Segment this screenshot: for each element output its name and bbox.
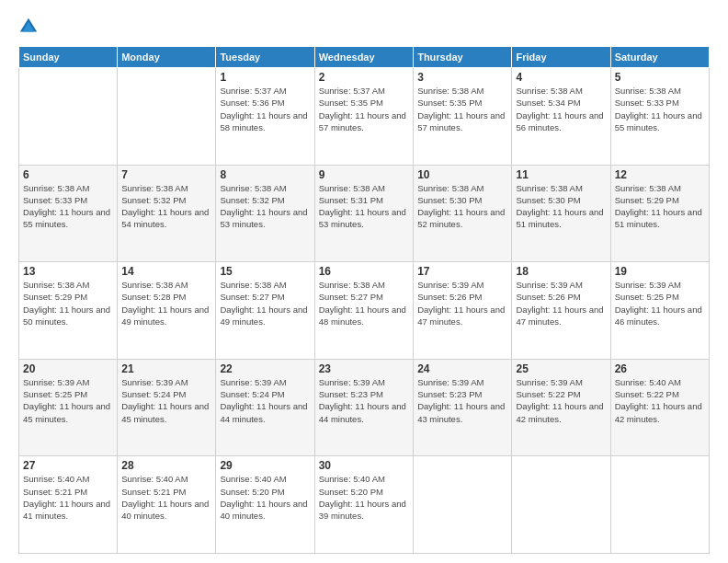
day-info: Sunrise: 5:39 AM Sunset: 5:23 PM Dayligh… [417,376,507,425]
day-cell: 26Sunrise: 5:40 AM Sunset: 5:22 PM Dayli… [610,359,709,456]
day-number: 2 [319,71,409,84]
day-cell: 18Sunrise: 5:39 AM Sunset: 5:26 PM Dayli… [512,262,610,360]
day-info: Sunrise: 5:40 AM Sunset: 5:22 PM Dayligh… [615,376,705,425]
day-info: Sunrise: 5:40 AM Sunset: 5:21 PM Dayligh… [121,473,211,522]
day-cell: 30Sunrise: 5:40 AM Sunset: 5:20 PM Dayli… [314,456,413,554]
day-number: 16 [319,265,409,278]
day-info: Sunrise: 5:38 AM Sunset: 5:30 PM Dayligh… [417,182,507,231]
day-info: Sunrise: 5:38 AM Sunset: 5:32 PM Dayligh… [220,182,310,231]
day-number: 18 [516,265,606,278]
day-info: Sunrise: 5:38 AM Sunset: 5:29 PM Dayligh… [23,279,113,327]
day-number: 7 [121,168,211,181]
day-info: Sunrise: 5:38 AM Sunset: 5:30 PM Dayligh… [516,182,606,231]
day-number: 25 [516,362,606,375]
day-number: 30 [319,459,409,472]
week-row-2: 6Sunrise: 5:38 AM Sunset: 5:33 PM Daylig… [19,165,710,262]
day-number: 6 [23,168,113,181]
day-cell: 20Sunrise: 5:39 AM Sunset: 5:25 PM Dayli… [19,359,118,456]
day-cell [414,456,512,554]
day-cell: 28Sunrise: 5:40 AM Sunset: 5:21 PM Dayli… [118,456,216,554]
day-cell: 24Sunrise: 5:39 AM Sunset: 5:23 PM Dayli… [414,359,512,456]
day-info: Sunrise: 5:38 AM Sunset: 5:28 PM Dayligh… [121,279,211,327]
day-info: Sunrise: 5:38 AM Sunset: 5:34 PM Dayligh… [516,85,606,133]
header-cell-monday: Monday [118,47,216,68]
day-number: 21 [121,362,211,375]
calendar-table: SundayMondayTuesdayWednesdayThursdayFrid… [18,46,710,554]
day-info: Sunrise: 5:38 AM Sunset: 5:33 PM Dayligh… [615,85,705,133]
day-cell [610,456,709,554]
day-cell: 3Sunrise: 5:38 AM Sunset: 5:35 PM Daylig… [414,68,512,166]
page: SundayMondayTuesdayWednesdayThursdayFrid… [0,0,728,563]
day-info: Sunrise: 5:37 AM Sunset: 5:36 PM Dayligh… [220,85,310,133]
week-row-5: 27Sunrise: 5:40 AM Sunset: 5:21 PM Dayli… [19,456,710,554]
day-number: 22 [220,362,310,375]
day-cell: 2Sunrise: 5:37 AM Sunset: 5:35 PM Daylig… [314,68,413,166]
day-cell: 19Sunrise: 5:39 AM Sunset: 5:25 PM Dayli… [610,262,709,360]
day-cell: 12Sunrise: 5:38 AM Sunset: 5:29 PM Dayli… [610,165,709,262]
day-cell: 14Sunrise: 5:38 AM Sunset: 5:28 PM Dayli… [118,262,216,360]
day-number: 24 [417,362,507,375]
day-number: 17 [417,265,507,278]
day-cell: 15Sunrise: 5:38 AM Sunset: 5:27 PM Dayli… [216,262,314,360]
day-number: 8 [220,168,310,181]
day-cell: 22Sunrise: 5:39 AM Sunset: 5:24 PM Dayli… [216,359,314,456]
day-number: 5 [615,71,705,84]
day-info: Sunrise: 5:38 AM Sunset: 5:32 PM Dayligh… [121,182,211,231]
header [18,17,710,37]
day-cell [19,68,118,166]
day-number: 20 [23,362,113,375]
day-cell: 16Sunrise: 5:38 AM Sunset: 5:27 PM Dayli… [314,262,413,360]
day-cell: 27Sunrise: 5:40 AM Sunset: 5:21 PM Dayli… [19,456,118,554]
day-number: 3 [417,71,507,84]
day-cell: 9Sunrise: 5:38 AM Sunset: 5:31 PM Daylig… [314,165,413,262]
day-number: 27 [23,459,113,472]
day-cell: 21Sunrise: 5:39 AM Sunset: 5:24 PM Dayli… [118,359,216,456]
day-cell: 25Sunrise: 5:39 AM Sunset: 5:22 PM Dayli… [512,359,610,456]
day-cell: 1Sunrise: 5:37 AM Sunset: 5:36 PM Daylig… [216,68,314,166]
day-number: 28 [121,459,211,472]
header-cell-thursday: Thursday [414,47,512,68]
header-cell-friday: Friday [512,47,610,68]
day-cell: 23Sunrise: 5:39 AM Sunset: 5:23 PM Dayli… [314,359,413,456]
day-info: Sunrise: 5:39 AM Sunset: 5:26 PM Dayligh… [417,279,507,327]
day-cell: 10Sunrise: 5:38 AM Sunset: 5:30 PM Dayli… [414,165,512,262]
day-info: Sunrise: 5:38 AM Sunset: 5:27 PM Dayligh… [220,279,310,327]
day-info: Sunrise: 5:38 AM Sunset: 5:31 PM Dayligh… [319,182,409,231]
day-cell [512,456,610,554]
day-cell: 11Sunrise: 5:38 AM Sunset: 5:30 PM Dayli… [512,165,610,262]
day-info: Sunrise: 5:37 AM Sunset: 5:35 PM Dayligh… [319,85,409,133]
day-number: 4 [516,71,606,84]
day-info: Sunrise: 5:38 AM Sunset: 5:27 PM Dayligh… [319,279,409,327]
week-row-4: 20Sunrise: 5:39 AM Sunset: 5:25 PM Dayli… [19,359,710,456]
header-cell-saturday: Saturday [610,47,709,68]
day-info: Sunrise: 5:39 AM Sunset: 5:24 PM Dayligh… [121,376,211,425]
day-cell: 6Sunrise: 5:38 AM Sunset: 5:33 PM Daylig… [19,165,118,262]
logo [18,17,40,37]
day-cell: 8Sunrise: 5:38 AM Sunset: 5:32 PM Daylig… [216,165,314,262]
day-cell: 29Sunrise: 5:40 AM Sunset: 5:20 PM Dayli… [216,456,314,554]
day-number: 12 [615,168,705,181]
day-info: Sunrise: 5:40 AM Sunset: 5:20 PM Dayligh… [319,473,409,522]
day-number: 23 [319,362,409,375]
day-info: Sunrise: 5:40 AM Sunset: 5:20 PM Dayligh… [220,473,310,522]
day-info: Sunrise: 5:39 AM Sunset: 5:22 PM Dayligh… [516,376,606,425]
day-cell: 13Sunrise: 5:38 AM Sunset: 5:29 PM Dayli… [19,262,118,360]
header-cell-sunday: Sunday [19,47,118,68]
day-info: Sunrise: 5:38 AM Sunset: 5:35 PM Dayligh… [417,85,507,133]
day-info: Sunrise: 5:38 AM Sunset: 5:33 PM Dayligh… [23,182,113,231]
day-number: 11 [516,168,606,181]
day-info: Sunrise: 5:39 AM Sunset: 5:25 PM Dayligh… [23,376,113,425]
day-number: 9 [319,168,409,181]
day-info: Sunrise: 5:38 AM Sunset: 5:29 PM Dayligh… [615,182,705,231]
calendar-header: SundayMondayTuesdayWednesdayThursdayFrid… [19,47,710,68]
day-info: Sunrise: 5:39 AM Sunset: 5:24 PM Dayligh… [220,376,310,425]
day-cell [118,68,216,166]
day-number: 19 [615,265,705,278]
header-cell-wednesday: Wednesday [314,47,413,68]
day-number: 10 [417,168,507,181]
day-info: Sunrise: 5:39 AM Sunset: 5:26 PM Dayligh… [516,279,606,327]
calendar-body: 1Sunrise: 5:37 AM Sunset: 5:36 PM Daylig… [19,68,710,554]
day-number: 13 [23,265,113,278]
day-cell: 4Sunrise: 5:38 AM Sunset: 5:34 PM Daylig… [512,68,610,166]
header-row: SundayMondayTuesdayWednesdayThursdayFrid… [19,47,710,68]
